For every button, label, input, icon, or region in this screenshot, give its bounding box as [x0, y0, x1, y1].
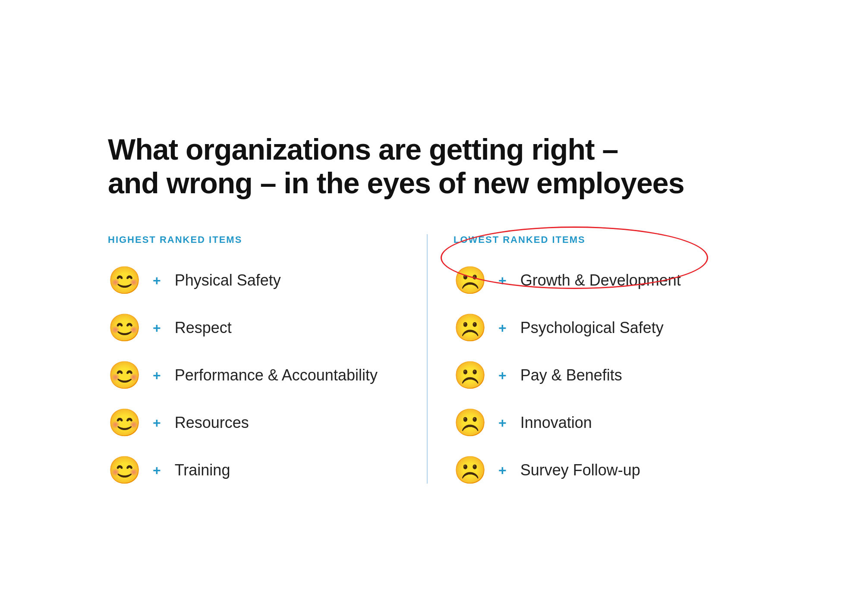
slide-container: What organizations are getting right – a…: [65, 98, 798, 518]
sad-emoji: ☹️: [454, 457, 485, 484]
item-text: Respect: [175, 319, 232, 337]
item-text: Resources: [175, 414, 249, 432]
list-item: 😊 + Performance & Accountability: [108, 362, 409, 389]
list-item: ☹️ + Innovation: [454, 409, 755, 436]
item-text: Pay & Benefits: [520, 366, 622, 384]
happy-emoji: 😊: [108, 457, 139, 484]
list-item: 😊 + Respect: [108, 314, 409, 341]
sad-emoji: ☹️: [454, 409, 485, 436]
left-column-label: HIGHEST RANKED ITEMS: [108, 234, 409, 245]
happy-emoji: 😊: [108, 409, 139, 436]
sad-emoji: ☹️: [454, 314, 485, 341]
list-item: ☹️ + Growth & Development: [454, 267, 755, 294]
item-text: Psychological Safety: [520, 319, 664, 337]
plus-icon: +: [153, 462, 161, 478]
list-item: ☹️ + Psychological Safety: [454, 314, 755, 341]
plus-icon: +: [153, 320, 161, 336]
plus-icon: +: [498, 415, 507, 431]
plus-icon: +: [498, 273, 507, 289]
list-item: ☹️ + Survey Follow-up: [454, 457, 755, 484]
item-text: Survey Follow-up: [520, 461, 640, 479]
plus-icon: +: [498, 462, 507, 478]
item-text: Growth & Development: [520, 271, 681, 289]
left-items-list: 😊 + Physical Safety 😊 + Respect 😊 + Perf…: [108, 267, 409, 484]
item-text: Physical Safety: [175, 271, 281, 289]
list-item: 😊 + Physical Safety: [108, 267, 409, 294]
plus-icon: +: [153, 415, 161, 431]
plus-icon: +: [498, 368, 507, 383]
right-column: LOWEST RANKED ITEMS ☹️ + Growth & Develo…: [427, 234, 755, 484]
plus-icon: +: [498, 320, 507, 336]
sad-emoji: ☹️: [454, 267, 485, 294]
left-column: HIGHEST RANKED ITEMS 😊 + Physical Safety…: [108, 234, 427, 484]
list-item: ☹️ + Pay & Benefits: [454, 362, 755, 389]
list-item: 😊 + Resources: [108, 409, 409, 436]
happy-emoji: 😊: [108, 267, 139, 294]
main-title: What organizations are getting right – a…: [108, 132, 755, 200]
item-text: Innovation: [520, 414, 592, 432]
sad-emoji: ☹️: [454, 362, 485, 389]
right-items-list: ☹️ + Growth & Development ☹️ + Psycholog…: [454, 267, 755, 484]
item-text: Performance & Accountability: [175, 366, 378, 384]
list-item: 😊 + Training: [108, 457, 409, 484]
plus-icon: +: [153, 368, 161, 383]
right-column-label: LOWEST RANKED ITEMS: [454, 234, 755, 245]
columns-wrapper: HIGHEST RANKED ITEMS 😊 + Physical Safety…: [108, 234, 755, 484]
happy-emoji: 😊: [108, 314, 139, 341]
item-text: Training: [175, 461, 230, 479]
happy-emoji: 😊: [108, 362, 139, 389]
plus-icon: +: [153, 273, 161, 289]
